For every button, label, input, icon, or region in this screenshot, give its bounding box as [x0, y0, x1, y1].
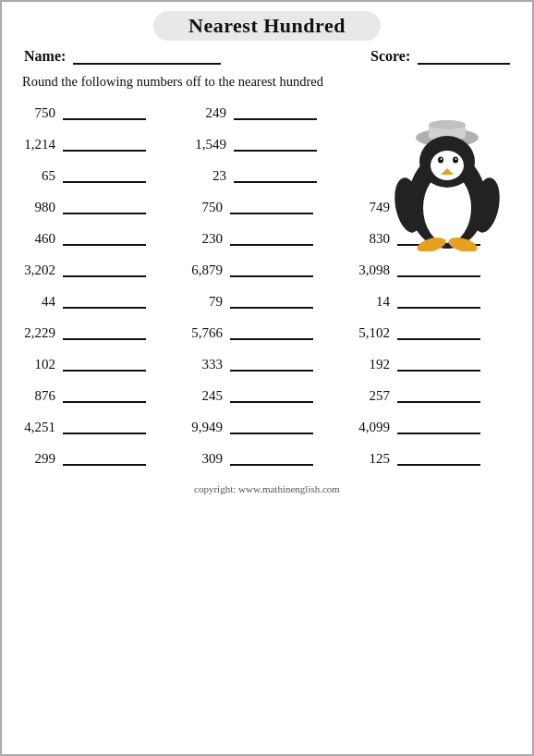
answer-line[interactable] [230, 325, 313, 340]
problem-number: 460 [18, 231, 63, 247]
col1-cell: 876 [18, 388, 186, 404]
problem-row: 4,2519,9494,099 [18, 411, 516, 443]
col1-cell: 2,229 [18, 325, 186, 341]
answer-line[interactable] [63, 231, 146, 246]
col3-cell: 125 [353, 451, 516, 467]
problem-row: 447914 [18, 286, 516, 317]
col1-cell: 65 [18, 168, 189, 184]
problem-number: 79 [186, 294, 230, 310]
answer-line[interactable] [63, 451, 146, 466]
problem-number: 9,949 [186, 420, 230, 435]
answer-line[interactable] [397, 325, 480, 340]
answer-line[interactable] [397, 388, 480, 403]
answer-line[interactable] [63, 420, 146, 434]
col2-cell: 333 [186, 357, 353, 372]
answer-line[interactable] [397, 357, 480, 372]
problem-number: 5,766 [186, 325, 230, 341]
problem-number: 750 [18, 105, 63, 121]
col3-cell: 4,099 [353, 420, 516, 435]
problem-number: 980 [18, 200, 63, 215]
answer-line[interactable] [63, 137, 146, 152]
problem-number: 6,879 [186, 262, 230, 278]
problem-number: 4,099 [353, 420, 397, 435]
penguin-area [378, 108, 512, 251]
problem-number: 2,229 [18, 325, 63, 341]
answer-line[interactable] [230, 420, 313, 434]
col2-cell: 1,549 [189, 137, 360, 152]
svg-point-11 [440, 158, 442, 160]
instruction-text: Round the following numbers off to the n… [18, 74, 516, 90]
problem-number: 309 [186, 451, 230, 467]
score-underline [418, 63, 510, 65]
problem-number: 1,549 [189, 137, 234, 152]
col1-cell: 1,214 [18, 137, 189, 152]
problem-number: 4,251 [18, 420, 63, 435]
problem-number: 3,202 [18, 262, 63, 278]
col3-cell: 14 [353, 294, 516, 310]
problem-number: 299 [18, 451, 63, 467]
answer-line[interactable] [230, 294, 313, 309]
title-box: Nearest Hundred [18, 11, 516, 41]
col2-cell: 23 [189, 168, 360, 184]
answer-line[interactable] [234, 137, 317, 152]
answer-line[interactable] [63, 325, 146, 340]
answer-line[interactable] [230, 357, 313, 372]
col1-cell: 3,202 [18, 262, 186, 278]
copyright-text: copyright: www.mathinenglish.com [18, 483, 516, 498]
name-field: Name: [24, 48, 221, 65]
svg-point-2 [429, 120, 466, 129]
problem-number: 14 [353, 294, 397, 310]
problem-number: 876 [18, 388, 63, 404]
penguin-icon [381, 108, 510, 251]
answer-line[interactable] [63, 388, 146, 403]
answer-line[interactable] [63, 168, 146, 183]
svg-point-12 [455, 158, 456, 160]
problem-number: 245 [186, 388, 230, 404]
name-label: Name: [24, 48, 66, 64]
col3-cell: 257 [353, 388, 516, 404]
answer-line[interactable] [397, 451, 480, 466]
score-field: Score: [370, 48, 510, 65]
problem-number: 65 [18, 168, 63, 184]
svg-point-6 [431, 151, 464, 180]
answer-line[interactable] [230, 388, 313, 403]
col3-cell: 192 [353, 357, 516, 372]
score-label: Score: [370, 48, 410, 64]
answer-line[interactable] [63, 200, 146, 214]
answer-line[interactable] [397, 420, 480, 434]
problem-number: 333 [186, 357, 230, 372]
col2-cell: 309 [186, 451, 353, 467]
col1-cell: 102 [18, 357, 186, 372]
answer-line[interactable] [63, 105, 146, 120]
answer-line[interactable] [63, 262, 146, 277]
answer-line[interactable] [397, 294, 480, 309]
col2-cell: 245 [186, 388, 353, 404]
col3-cell: 3,098 [353, 262, 516, 278]
col2-cell: 230 [186, 231, 353, 247]
problem-number: 1,214 [18, 137, 63, 152]
answer-line[interactable] [63, 357, 146, 372]
problem-row: 2,2295,7665,102 [18, 317, 516, 348]
col1-cell: 750 [18, 105, 189, 121]
answer-line[interactable] [230, 200, 313, 214]
name-underline [73, 63, 221, 65]
answer-line[interactable] [234, 105, 317, 120]
col1-cell: 4,251 [18, 420, 186, 435]
answer-line[interactable] [230, 262, 313, 277]
answer-line[interactable] [230, 451, 313, 466]
problem-row: 876245257 [18, 380, 516, 411]
col1-cell: 44 [18, 294, 186, 310]
problem-number: 5,102 [353, 325, 397, 341]
answer-line[interactable] [234, 168, 317, 183]
col1-cell: 460 [18, 231, 186, 247]
answer-line[interactable] [63, 294, 146, 309]
answer-line[interactable] [397, 262, 480, 277]
problem-row: 3,2026,8793,098 [18, 254, 516, 286]
problem-number: 750 [186, 200, 230, 215]
problem-number: 257 [353, 388, 397, 404]
svg-point-9 [438, 157, 443, 164]
problem-number: 249 [189, 105, 234, 121]
answer-line[interactable] [230, 231, 313, 246]
problem-number: 23 [189, 168, 234, 184]
problem-number: 102 [18, 357, 63, 372]
